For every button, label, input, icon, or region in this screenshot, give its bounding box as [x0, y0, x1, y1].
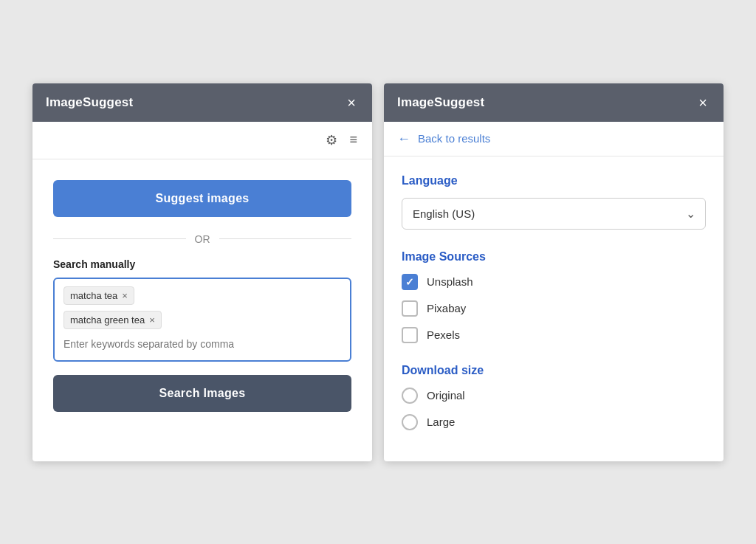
- download-size-section: Download size Original Large: [402, 364, 706, 430]
- left-panel: ImageSuggest × ⚙ ≡ Suggest images OR Sea…: [32, 83, 372, 461]
- right-panel: ImageSuggest × ← Back to results Languag…: [384, 83, 724, 461]
- image-sources-section: Image Sources Unsplash Pixabay Pexels: [402, 250, 706, 343]
- image-sources-title: Image Sources: [402, 250, 706, 264]
- unsplash-checkbox[interactable]: [402, 274, 418, 290]
- unsplash-row: Unsplash: [402, 274, 706, 290]
- back-arrow-button[interactable]: ←: [397, 132, 410, 145]
- tags-input-box[interactable]: matcha tea × matcha green tea ×: [53, 278, 351, 362]
- pixabay-label: Pixabay: [427, 302, 466, 314]
- back-bar: ← Back to results: [384, 122, 724, 156]
- pixabay-checkbox[interactable]: [402, 300, 418, 317]
- left-close-button[interactable]: ×: [344, 94, 359, 111]
- original-label: Original: [427, 389, 465, 402]
- settings-icon-button[interactable]: ⚙: [324, 131, 339, 150]
- back-to-results-label[interactable]: Back to results: [418, 132, 490, 145]
- keyword-input[interactable]: [63, 335, 341, 353]
- screenshot-container: ImageSuggest × ⚙ ≡ Suggest images OR Sea…: [21, 72, 735, 473]
- pexels-row: Pexels: [402, 327, 706, 343]
- right-close-button[interactable]: ×: [695, 94, 710, 111]
- right-panel-header: ImageSuggest ×: [384, 83, 724, 122]
- suggest-images-button[interactable]: Suggest images: [53, 180, 351, 217]
- language-section: Language English (US) English (UK) Spani…: [402, 174, 706, 230]
- or-text: OR: [195, 233, 210, 245]
- large-label: Large: [427, 416, 455, 428]
- pexels-label: Pexels: [427, 328, 460, 341]
- left-panel-title: ImageSuggest: [46, 95, 133, 110]
- pixabay-row: Pixabay: [402, 300, 706, 317]
- tag-matcha-tea: matcha tea ×: [63, 286, 134, 305]
- tag-matcha-green-tea: matcha green tea ×: [63, 311, 162, 329]
- language-select[interactable]: English (US) English (UK) Spanish French…: [402, 198, 706, 230]
- tag-remove-matcha-tea[interactable]: ×: [122, 291, 128, 300]
- tag-row: matcha tea ×: [63, 286, 341, 305]
- large-radio[interactable]: [402, 414, 418, 430]
- tag-remove-matcha-green-tea[interactable]: ×: [149, 315, 155, 325]
- language-select-wrap: English (US) English (UK) Spanish French…: [402, 198, 706, 230]
- left-toolbar: ⚙ ≡: [32, 122, 372, 159]
- gear-icon: ⚙: [326, 133, 337, 148]
- download-size-title: Download size: [402, 364, 706, 377]
- tag-text: matcha tea: [70, 290, 117, 301]
- settings-content: Language English (US) English (UK) Spani…: [384, 156, 724, 461]
- search-images-button[interactable]: Search Images: [53, 375, 351, 412]
- tag-text-2: matcha green tea: [70, 314, 145, 326]
- original-row: Original: [402, 388, 706, 404]
- large-row: Large: [402, 414, 706, 430]
- menu-icon-button[interactable]: ≡: [348, 131, 359, 150]
- left-panel-header: ImageSuggest ×: [32, 83, 372, 122]
- unsplash-label: Unsplash: [427, 275, 473, 288]
- or-divider: OR: [53, 233, 351, 245]
- menu-icon: ≡: [349, 132, 357, 147]
- original-radio[interactable]: [402, 388, 418, 404]
- language-section-title: Language: [402, 174, 706, 187]
- search-manually-label: Search manually: [53, 258, 351, 270]
- left-content: Suggest images OR Search manually matcha…: [32, 159, 372, 433]
- tag-row-2: matcha green tea ×: [63, 311, 341, 329]
- right-panel-title: ImageSuggest: [397, 95, 484, 110]
- pexels-checkbox[interactable]: [402, 327, 418, 343]
